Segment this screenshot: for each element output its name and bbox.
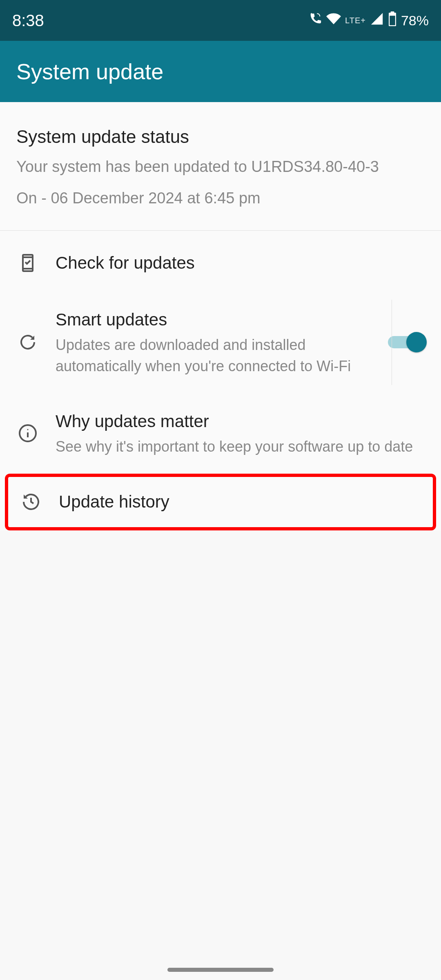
info-icon [16,422,39,445]
settings-list: Check for updates Smart updates Updates … [0,231,441,530]
page-title: System update [16,59,163,84]
update-status-section: System update status Your system has bee… [0,102,441,231]
why-updates-sub: See why it's important to keep your soft… [56,436,425,457]
smart-updates-sub: Updates are downloaded and installed aut… [56,334,372,377]
status-bar: 8:38 LTE+ 78% [0,0,441,41]
status-time: 8:38 [12,11,44,30]
update-history-item[interactable]: Update history [8,477,433,527]
smart-updates-toggle[interactable] [388,332,425,352]
smart-updates-label: Smart updates [56,308,372,332]
history-icon [20,490,42,513]
navigation-handle[interactable] [167,968,274,972]
why-updates-label: Why updates matter [56,410,425,434]
status-version-line: Your system has been updated to U1RDS34.… [16,155,425,178]
update-history-label: Update history [59,490,421,514]
status-icons: LTE+ 78% [308,11,429,29]
battery-icon [388,11,397,29]
smart-updates-item[interactable]: Smart updates Updates are downloaded and… [0,292,441,393]
svg-point-8 [27,429,28,430]
wifi-icon [326,11,341,29]
app-bar: System update [0,41,441,102]
signal-icon [370,12,384,29]
svg-rect-2 [390,16,395,25]
why-updates-matter-item[interactable]: Why updates matter See why it's importan… [0,393,441,474]
refresh-icon [16,331,39,354]
battery-percentage: 78% [401,13,429,29]
check-for-updates-item[interactable]: Check for updates [0,235,441,292]
status-heading: System update status [16,127,425,147]
check-for-updates-label: Check for updates [56,251,425,275]
svg-rect-1 [390,11,394,13]
highlight-annotation: Update history [5,474,436,530]
phone-check-icon [16,252,39,274]
wifi-calling-icon [308,12,322,29]
status-date-line: On - 06 December 2024 at 6:45 pm [16,187,425,210]
network-type-label: LTE+ [345,16,366,25]
